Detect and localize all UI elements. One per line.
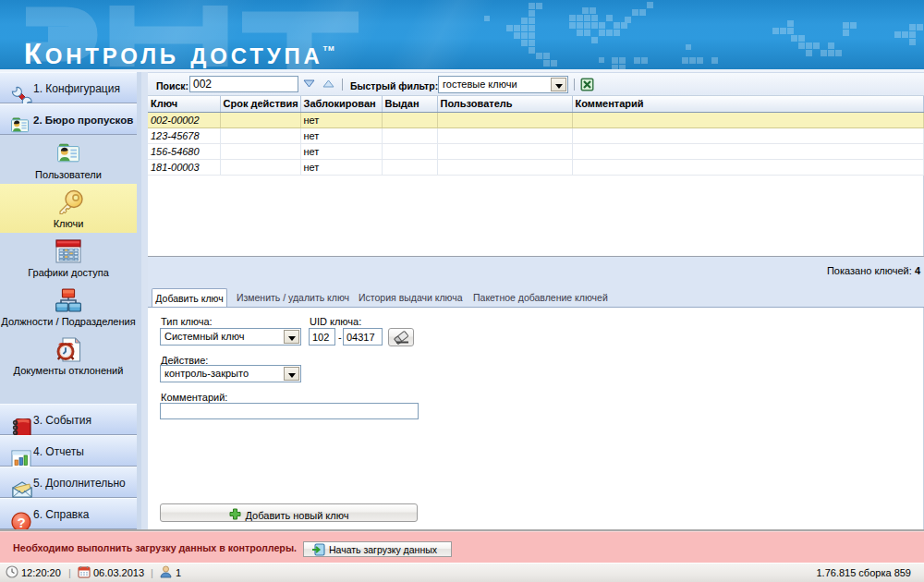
svg-text:?: ? <box>17 515 25 530</box>
